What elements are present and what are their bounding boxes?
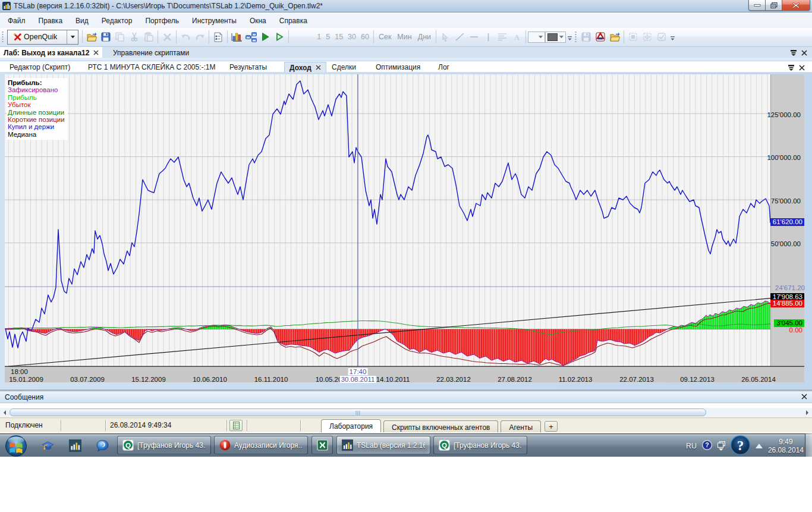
- view-tab-1[interactable]: РТС 1 МИНУТА СКЛЕЙКА С 2005:-:1М: [83, 62, 221, 73]
- menu-item-вид[interactable]: Вид: [69, 15, 95, 27]
- view-tab-0[interactable]: Редактор (Скрипт): [5, 62, 75, 73]
- horizontal-line-button[interactable]: [467, 30, 481, 44]
- font-button[interactable]: A: [509, 30, 524, 44]
- save-layout-button[interactable]: [579, 30, 593, 44]
- menu-item-файл[interactable]: Файл: [1, 15, 32, 27]
- show-desktop-button[interactable]: [805, 434, 812, 457]
- status-separator: [226, 420, 227, 431]
- taskbar-button-4[interactable]: Q[Труфанов Игорь 43...: [433, 436, 527, 454]
- taskbar-button-1[interactable]: Аудиозаписи Игоря...: [214, 436, 308, 454]
- timeframe-15-button[interactable]: 15: [332, 33, 345, 41]
- apply-region-button[interactable]: [654, 30, 669, 44]
- unit-мин-button[interactable]: Мин: [394, 33, 414, 41]
- run-step-button[interactable]: [272, 30, 287, 44]
- vertical-line-button[interactable]: [481, 30, 495, 44]
- timeframe-5-button[interactable]: 5: [323, 33, 332, 41]
- color-picker-dropdown[interactable]: [545, 30, 566, 44]
- trend-line-button[interactable]: [452, 30, 467, 44]
- timeframe-1-button[interactable]: 1: [314, 33, 323, 41]
- cut-button[interactable]: [127, 30, 141, 44]
- zoom-region-button[interactable]: [626, 30, 640, 44]
- text-note-button[interactable]: [495, 30, 509, 44]
- tray-windows-icon[interactable]: [717, 441, 725, 451]
- menu-item-правка[interactable]: Правка: [32, 15, 70, 27]
- timeframe-60-button[interactable]: 60: [358, 33, 372, 41]
- view-tab-6[interactable]: Лог: [433, 62, 454, 73]
- tray-help-icon[interactable]: ?: [702, 440, 712, 452]
- run-button[interactable]: [258, 30, 272, 44]
- y-marker-6162000: 61'620.00: [770, 218, 804, 226]
- status-tab-1[interactable]: Скрипты включенных агентов: [383, 420, 498, 434]
- messages-list[interactable]: [0, 403, 812, 408]
- tabbar-close-icon[interactable]: [801, 49, 807, 58]
- open-file-button[interactable]: [84, 30, 99, 44]
- status-tab-0[interactable]: Лаборатория: [321, 419, 381, 433]
- script-scheme-button[interactable]: [244, 30, 258, 44]
- pointer-button[interactable]: [438, 30, 452, 44]
- toolbar-overflow-icon[interactable]: [669, 30, 676, 43]
- pinned-tslab-icon[interactable]: [69, 439, 81, 452]
- x-axis-date-label: 27.08.2012: [498, 376, 532, 383]
- doc-tab-close-icon[interactable]: [93, 49, 99, 57]
- toolbar-overflow-icon[interactable]: [566, 30, 573, 43]
- timeframe-30-button[interactable]: 30: [345, 33, 358, 41]
- delete-button[interactable]: [160, 30, 174, 44]
- scroll-right-arrow-icon[interactable]: [803, 409, 811, 416]
- taskbar-button-3[interactable]: TSLab (версия 1.2.16...: [336, 436, 430, 454]
- redo-button[interactable]: [193, 30, 207, 44]
- scrollbar-thumb[interactable]: [10, 409, 706, 416]
- viewbar-menu-icon[interactable]: [788, 64, 795, 73]
- view-tab-3[interactable]: Доход: [284, 62, 326, 73]
- view-tab-5[interactable]: Оптимизация: [371, 62, 425, 73]
- taskbar-button-0[interactable]: Q[Труфанов Игорь 43...: [117, 436, 211, 454]
- copy-button[interactable]: [113, 30, 127, 44]
- tray-language-indicator[interactable]: RU: [686, 442, 697, 450]
- menu-item-инструменты[interactable]: Инструменты: [185, 15, 243, 27]
- status-grid-button[interactable]: [229, 420, 243, 431]
- undo-button[interactable]: [178, 30, 193, 44]
- unit-сек-button[interactable]: Сек: [376, 33, 394, 41]
- menu-item-окна[interactable]: Окна: [243, 15, 273, 27]
- add-agent-tab-button[interactable]: +: [545, 421, 558, 432]
- menu-item-редактор[interactable]: Редактор: [95, 15, 139, 27]
- unit-дни-button[interactable]: Дни: [415, 33, 434, 41]
- report-button[interactable]: [211, 30, 225, 44]
- openquik-button[interactable]: OpenQuik: [7, 30, 78, 45]
- line-style-dropdown[interactable]: [528, 30, 545, 44]
- pinned-education-app-icon[interactable]: [42, 439, 54, 452]
- view-tab-4[interactable]: Сделки: [327, 62, 361, 73]
- pinned-messenger-icon[interactable]: [96, 439, 109, 452]
- start-button[interactable]: [5, 435, 27, 457]
- taskbar-button-label: TSLab (версия 1.2.16...: [357, 441, 425, 450]
- view-tab-2[interactable]: Результаты: [225, 62, 272, 73]
- view-tab-label: Лог: [438, 63, 449, 71]
- view-tab-close-icon[interactable]: [316, 64, 321, 72]
- scroll-left-arrow-icon[interactable]: [1, 409, 9, 416]
- restore-button[interactable]: [766, 0, 782, 11]
- status-tab-2[interactable]: Агенты: [501, 420, 541, 434]
- menu-item-справка[interactable]: Справка: [273, 15, 314, 27]
- minimize-icon: [754, 4, 761, 7]
- openquik-logo-icon: [14, 33, 21, 41]
- tabbar-menu-icon[interactable]: [790, 49, 797, 58]
- menu-item-портфель[interactable]: Портфель: [139, 15, 185, 27]
- doc-tab-1[interactable]: Управление скриптами: [109, 47, 193, 58]
- save-button[interactable]: [99, 30, 113, 44]
- close-button[interactable]: [782, 0, 810, 11]
- messages-close-icon[interactable]: [801, 393, 807, 401]
- paste-button[interactable]: [141, 30, 156, 44]
- chart-button[interactable]: [229, 30, 244, 44]
- tslab-icon: [342, 439, 353, 451]
- doc-tab-0[interactable]: Лаб: Выход из канала12: [0, 47, 102, 58]
- tray-big-help-icon[interactable]: ?: [731, 435, 750, 457]
- tray-show-hidden-icon[interactable]: [756, 442, 763, 450]
- minimize-button[interactable]: [748, 0, 766, 11]
- tray-clock[interactable]: 9:49 26.08.2014: [768, 438, 804, 454]
- openquik-dropdown-arrow[interactable]: [67, 30, 78, 44]
- taskbar-button-2[interactable]: [311, 436, 333, 454]
- viewbar-close-icon[interactable]: [799, 64, 805, 73]
- open-layout-button[interactable]: [608, 30, 622, 44]
- chart-canvas[interactable]: [0, 73, 812, 390]
- aps-button[interactable]: [593, 30, 608, 44]
- move-region-button[interactable]: [640, 30, 654, 44]
